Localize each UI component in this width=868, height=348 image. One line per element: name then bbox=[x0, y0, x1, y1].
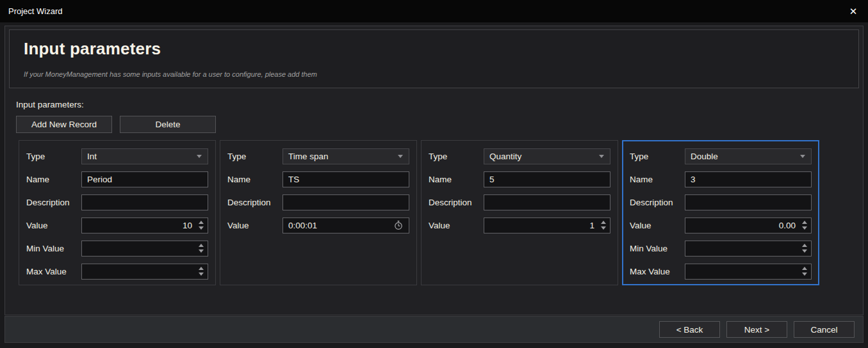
spin-up-icon[interactable] bbox=[199, 267, 204, 270]
number-spinner[interactable]: 10 bbox=[81, 217, 208, 233]
add-new-record-button[interactable]: Add New Record bbox=[16, 116, 112, 133]
field-value: 3 bbox=[685, 175, 811, 184]
field-value: Int bbox=[82, 152, 197, 161]
cancel-button[interactable]: Cancel bbox=[794, 321, 855, 338]
field-label: Max Value bbox=[26, 267, 81, 276]
type-dropdown[interactable]: Quantity bbox=[484, 148, 610, 164]
spinner-buttons bbox=[801, 221, 811, 230]
parameter-card[interactable]: TypeDoubleName3DescriptionValue0.00Min V… bbox=[622, 140, 819, 285]
spin-up-icon[interactable] bbox=[802, 244, 807, 247]
chevron-down-icon[interactable] bbox=[197, 155, 202, 158]
chevron-down-icon[interactable] bbox=[599, 155, 604, 158]
text-input[interactable] bbox=[484, 194, 610, 210]
number-spinner[interactable] bbox=[685, 264, 812, 280]
field-row: Name3 bbox=[630, 171, 812, 187]
field-label: Name bbox=[630, 175, 685, 184]
field-label: Description bbox=[26, 198, 81, 207]
timespan-input[interactable]: 0:00:01 bbox=[283, 217, 409, 233]
field-label: Value bbox=[630, 221, 685, 230]
spin-down-icon[interactable] bbox=[802, 273, 807, 276]
field-row: Description bbox=[26, 194, 208, 210]
type-dropdown[interactable]: Double bbox=[685, 148, 812, 164]
field-row: Value0.00 bbox=[630, 217, 812, 233]
number-spinner[interactable] bbox=[81, 264, 208, 280]
text-input[interactable]: Period bbox=[81, 171, 208, 187]
field-label: Type bbox=[630, 152, 685, 161]
spin-down-icon[interactable] bbox=[199, 273, 204, 276]
number-spinner[interactable] bbox=[685, 241, 812, 257]
chevron-down-icon[interactable] bbox=[800, 155, 805, 158]
field-label: Max Value bbox=[630, 267, 685, 276]
text-input[interactable] bbox=[283, 194, 409, 210]
field-value: 0.00 bbox=[685, 221, 801, 230]
field-value: TS bbox=[283, 175, 409, 184]
field-label: Value bbox=[429, 221, 484, 230]
back-button[interactable]: < Back bbox=[659, 321, 720, 338]
parameter-card[interactable]: TypeTime spanNameTSDescriptionValue0:00:… bbox=[220, 140, 417, 285]
field-row: TypeQuantity bbox=[429, 148, 610, 164]
page-header: Input parameters If your MoneyManagement… bbox=[9, 29, 859, 88]
field-row: Value10 bbox=[26, 217, 208, 233]
field-row: Description bbox=[429, 194, 610, 210]
spin-down-icon[interactable] bbox=[802, 226, 807, 230]
next-button[interactable]: Next > bbox=[726, 321, 787, 338]
number-spinner[interactable] bbox=[81, 241, 208, 257]
field-label: Name bbox=[227, 175, 283, 184]
field-label: Type bbox=[26, 152, 81, 161]
field-row: Min Value bbox=[26, 240, 208, 257]
field-label: Description bbox=[227, 198, 283, 207]
field-label: Type bbox=[227, 152, 283, 161]
field-value: Quantity bbox=[484, 152, 599, 161]
number-spinner[interactable]: 1 bbox=[484, 217, 610, 233]
field-row: NameTS bbox=[227, 171, 409, 187]
cards-row: TypeIntNamePeriodDescriptionValue10Min V… bbox=[19, 140, 863, 285]
spinner-buttons bbox=[600, 221, 610, 230]
input-parameters-label: Input parameters: bbox=[16, 100, 863, 109]
titlebar: Project Wizard ✕ bbox=[0, 0, 868, 22]
number-spinner[interactable]: 0.00 bbox=[685, 217, 812, 233]
field-value: 10 bbox=[82, 221, 197, 230]
type-dropdown[interactable]: Time span bbox=[283, 148, 409, 164]
page-title: Input parameters bbox=[24, 39, 858, 59]
spin-up-icon[interactable] bbox=[802, 221, 807, 224]
spin-up-icon[interactable] bbox=[802, 267, 807, 270]
field-label: Type bbox=[429, 152, 484, 161]
chevron-down-icon[interactable] bbox=[398, 155, 403, 158]
field-value: Time span bbox=[283, 152, 398, 161]
parameter-card[interactable]: TypeIntNamePeriodDescriptionValue10Min V… bbox=[19, 140, 216, 285]
text-input[interactable]: 3 bbox=[685, 171, 812, 187]
close-icon[interactable]: ✕ bbox=[839, 0, 868, 22]
text-input[interactable]: TS bbox=[283, 171, 409, 187]
spin-up-icon[interactable] bbox=[199, 244, 204, 247]
spinner-buttons bbox=[197, 244, 208, 253]
type-dropdown[interactable]: Int bbox=[81, 148, 208, 164]
spin-up-icon[interactable] bbox=[199, 221, 204, 224]
text-input[interactable] bbox=[81, 194, 208, 210]
text-input[interactable] bbox=[685, 194, 812, 210]
field-row: NamePeriod bbox=[26, 171, 208, 187]
spinner-buttons bbox=[197, 221, 208, 230]
text-input[interactable]: 5 bbox=[484, 171, 610, 187]
spin-down-icon[interactable] bbox=[199, 226, 204, 230]
field-row: Name5 bbox=[429, 171, 610, 187]
field-row: Max Value bbox=[26, 263, 208, 280]
footer: < Back Next > Cancel bbox=[4, 316, 864, 343]
field-row: Min Value bbox=[630, 240, 812, 257]
spin-down-icon[interactable] bbox=[199, 249, 204, 253]
field-row: Description bbox=[630, 194, 812, 210]
field-label: Description bbox=[429, 198, 484, 207]
field-row: Max Value bbox=[630, 263, 812, 280]
spin-down-icon[interactable] bbox=[802, 249, 807, 253]
field-row: Value1 bbox=[429, 217, 610, 233]
field-label: Min Value bbox=[630, 244, 685, 253]
field-value: 5 bbox=[484, 175, 610, 184]
spin-up-icon[interactable] bbox=[601, 221, 606, 224]
spin-down-icon[interactable] bbox=[601, 226, 606, 230]
clock-icon[interactable] bbox=[393, 220, 404, 230]
field-label: Value bbox=[26, 221, 81, 230]
parameter-card[interactable]: TypeQuantityName5DescriptionValue1 bbox=[421, 140, 618, 285]
field-value: 1 bbox=[484, 221, 600, 230]
field-label: Name bbox=[429, 175, 484, 184]
delete-button[interactable]: Delete bbox=[120, 116, 216, 133]
spinner-buttons bbox=[801, 267, 811, 276]
